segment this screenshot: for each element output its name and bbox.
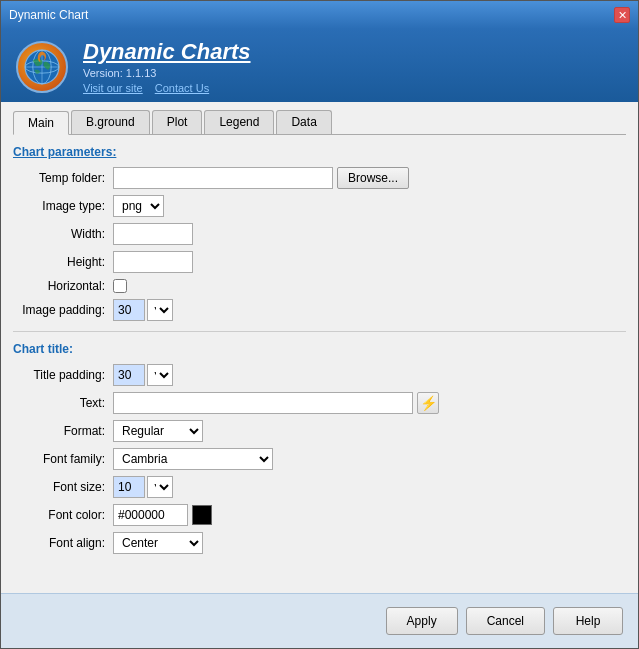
- horizontal-label: Horizontal:: [13, 279, 113, 293]
- image-padding-input[interactable]: [113, 299, 145, 321]
- width-label: Width:: [13, 227, 113, 241]
- app-version: Version: 1.1.13: [83, 67, 251, 79]
- temp-folder-input[interactable]: [113, 167, 333, 189]
- apply-button[interactable]: Apply: [386, 607, 458, 635]
- temp-folder-input-group: Browse...: [113, 167, 409, 189]
- format-label: Format:: [13, 424, 113, 438]
- header-text: Dynamic Charts Version: 1.1.13 Visit our…: [83, 39, 251, 94]
- font-color-label: Font color:: [13, 508, 113, 522]
- image-padding-select[interactable]: ▼: [147, 299, 173, 321]
- app-title: Dynamic Charts: [83, 39, 251, 65]
- font-size-row: Font size: ▼: [13, 476, 626, 498]
- tab-legend[interactable]: Legend: [204, 110, 274, 134]
- title-padding-label: Title padding:: [13, 368, 113, 382]
- app-logo: [16, 41, 68, 93]
- cancel-button[interactable]: Cancel: [466, 607, 545, 635]
- font-color-row: Font color:: [13, 504, 626, 526]
- main-window: Dynamic Chart ✕ Dynamic Charts: [0, 0, 639, 649]
- format-select[interactable]: Regular Bold Italic Bold Italic: [113, 420, 203, 442]
- font-family-row: Font family: Cambria Arial Times New Rom…: [13, 448, 626, 470]
- image-padding-row: Image padding: ▼: [13, 299, 626, 321]
- title-padding-row: Title padding: ▼: [13, 364, 626, 386]
- title-text-row: Text: ⚡: [13, 392, 626, 414]
- color-swatch[interactable]: [192, 505, 212, 525]
- contact-us-link[interactable]: Contact Us: [155, 82, 209, 94]
- height-label: Height:: [13, 255, 113, 269]
- header-links: Visit our site Contact Us: [83, 82, 251, 94]
- font-size-select[interactable]: ▼: [147, 476, 173, 498]
- title-bar-left: Dynamic Chart: [9, 8, 88, 22]
- title-padding-select[interactable]: ▼: [147, 364, 173, 386]
- image-type-select[interactable]: png jpg gif: [113, 195, 164, 217]
- horizontal-row: Horizontal:: [13, 279, 626, 293]
- font-align-row: Font align: Left Center Right: [13, 532, 626, 554]
- close-button[interactable]: ✕: [614, 7, 630, 23]
- font-family-label: Font family:: [13, 452, 113, 466]
- globe-icon: [22, 47, 62, 87]
- chart-parameters-title: Chart parameters:: [13, 145, 626, 159]
- font-color-input[interactable]: [113, 504, 188, 526]
- font-size-input[interactable]: [113, 476, 145, 498]
- font-align-label: Font align:: [13, 536, 113, 550]
- font-align-select[interactable]: Left Center Right: [113, 532, 203, 554]
- footer: Apply Cancel Help: [1, 593, 638, 648]
- tab-data[interactable]: Data: [276, 110, 331, 134]
- font-family-select[interactable]: Cambria Arial Times New Roman Verdana Ge…: [113, 448, 273, 470]
- app-header: Dynamic Charts Version: 1.1.13 Visit our…: [1, 29, 638, 102]
- font-size-group: ▼: [113, 476, 173, 498]
- title-padding-group: ▼: [113, 364, 173, 386]
- image-type-label: Image type:: [13, 199, 113, 213]
- temp-folder-label: Temp folder:: [13, 171, 113, 185]
- horizontal-checkbox[interactable]: [113, 279, 127, 293]
- tab-bground[interactable]: B.ground: [71, 110, 150, 134]
- temp-folder-row: Temp folder: Browse...: [13, 167, 626, 189]
- content-area: Main B.ground Plot Legend Data Chart par…: [1, 102, 638, 648]
- help-button[interactable]: Help: [553, 607, 623, 635]
- image-padding-label: Image padding:: [13, 303, 113, 317]
- height-input[interactable]: [113, 251, 193, 273]
- font-size-label: Font size:: [13, 480, 113, 494]
- image-type-row: Image type: png jpg gif: [13, 195, 626, 217]
- lightning-button[interactable]: ⚡: [417, 392, 439, 414]
- tab-main[interactable]: Main: [13, 111, 69, 135]
- visit-site-link[interactable]: Visit our site: [83, 82, 143, 94]
- title-padding-input[interactable]: [113, 364, 145, 386]
- tab-plot[interactable]: Plot: [152, 110, 203, 134]
- title-bar: Dynamic Chart ✕: [1, 1, 638, 29]
- width-row: Width:: [13, 223, 626, 245]
- height-row: Height:: [13, 251, 626, 273]
- window-title: Dynamic Chart: [9, 8, 88, 22]
- browse-button[interactable]: Browse...: [337, 167, 409, 189]
- format-row: Format: Regular Bold Italic Bold Italic: [13, 420, 626, 442]
- section-divider: [13, 331, 626, 332]
- chart-title-section-label: Chart title:: [13, 342, 626, 356]
- title-text-input[interactable]: [113, 392, 413, 414]
- title-text-label: Text:: [13, 396, 113, 410]
- width-input[interactable]: [113, 223, 193, 245]
- tabs-container: Main B.ground Plot Legend Data: [13, 110, 626, 135]
- image-padding-group: ▼: [113, 299, 173, 321]
